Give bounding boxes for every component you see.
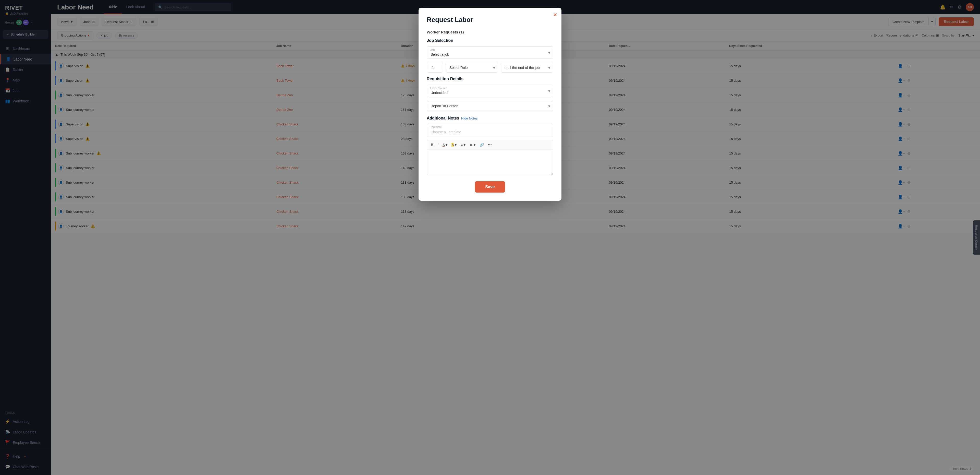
modal-title: Request Labor [427,16,553,24]
quantity-role-row: Select Role until the end of the job [427,63,553,73]
worker-requests-label: Worker Requests (1) [427,30,553,34]
labor-source-group: Labor Source Undecided [427,85,553,97]
notes-textarea[interactable] [427,150,553,175]
italic-button[interactable]: I [436,142,440,147]
duration-select-wrapper: until the end of the job [501,63,553,73]
request-labor-modal: ✕ Request Labor Worker Requests (1) Job … [418,8,562,201]
job-selection-section-title: Job Selection [427,38,553,43]
additional-notes-title: Additional Notes [427,116,459,121]
role-select-wrapper: Select Role [445,63,498,73]
duration-select[interactable]: until the end of the job [501,63,553,73]
requisition-section-title: Requisition Details [427,77,553,81]
notes-toolbar: B I A ▾ A ▾ ≡ ▾ ≣ ▾ 🔗 ••• [427,140,553,150]
save-button[interactable]: Save [475,181,505,193]
text-color-button[interactable]: A ▾ [441,142,449,147]
labor-source-select[interactable]: Undecided [427,85,553,97]
template-select-wrapper: Template Choose a Template [427,124,553,137]
numbered-list-button[interactable]: ≣ ▾ [468,142,477,147]
bold-button[interactable]: B [430,142,434,147]
role-select[interactable]: Select Role [445,63,498,73]
hide-notes-link[interactable]: Hide Notes [461,116,477,120]
job-select-group: Job Select a job [427,46,553,59]
link-button[interactable]: 🔗 [478,142,485,147]
highlight-button[interactable]: A ▾ [450,142,458,147]
modal-overlay: ✕ Request Labor Worker Requests (1) Job … [0,0,980,475]
report-to-select[interactable]: Report To Person [427,101,553,111]
job-select[interactable]: Select a job [427,46,553,59]
template-float-label: Template [430,125,442,128]
additional-notes-header: Additional Notes Hide Notes [427,116,553,121]
quantity-input[interactable] [427,63,443,73]
report-to-group: Report To Person [427,101,553,111]
more-button[interactable]: ••• [487,142,493,147]
template-select[interactable]: Choose a Template [427,124,553,137]
bullet-list-button[interactable]: ≡ ▾ [460,142,467,147]
modal-close-button[interactable]: ✕ [553,12,557,18]
